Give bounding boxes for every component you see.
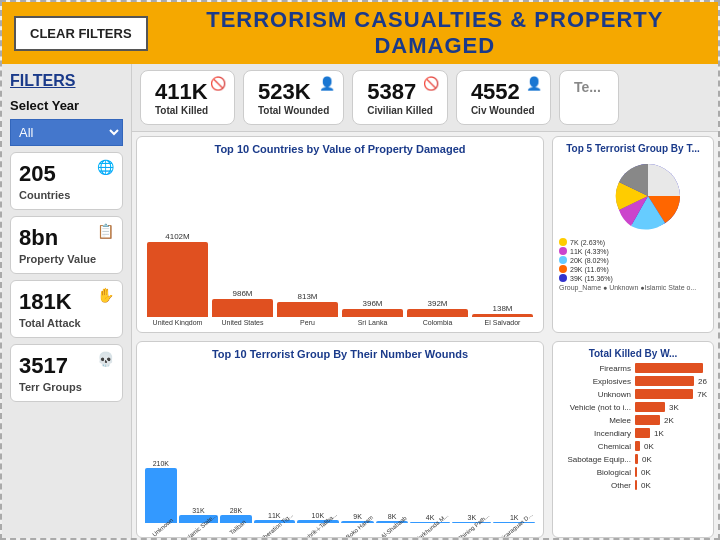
weapon-bar-2 [635,389,693,399]
wounds-chart: Top 10 Terrorist Group By Their Number W… [136,341,544,538]
top-countries-title: Top 10 Countries by Value of Property Da… [143,143,537,155]
weapon-row-7: Sabotage Equip... 0K [559,454,707,464]
pie-dot-5 [559,274,567,282]
weapon-label-3: Vehicle (not to i... [559,403,631,412]
weapon-bar-0 [635,363,703,373]
no-icon-killed: 🚫 [210,76,226,91]
weapon-value-4: 2K [664,416,674,425]
skull-icon: 💀 [97,351,114,367]
pie-chart-panel: Top 5 Terrorist Group By T... [552,136,714,333]
countries-bar-chart: 4102M United Kingdom 986M United States … [143,159,537,326]
bar-value-4: 392M [427,299,447,308]
year-select[interactable]: All [10,119,123,146]
weapon-row-3: Vehicle (not to i... 3K [559,402,707,412]
pie-label-4: 29K (11.6%) [570,266,609,273]
groups-value: 3517 [19,353,68,379]
killed-weapon-panel: Total Killed By W... Firearms Explosives… [552,341,714,538]
charts-right: Top 5 Terrorist Group By T... [548,132,718,540]
wbar-value-2: 28K [230,507,242,514]
bar-label-4: Colombia [407,319,468,326]
bar-label-3: Sri Lanka [342,319,403,326]
country-bar-3: 396M Sri Lanka [342,299,403,326]
pie-dot-3 [559,256,567,264]
stat-civ-wounded: 👤 4552 Civ Wounded [456,70,551,125]
pie-legend-names: Group_Name ● Unknown ●Islamic State o... [559,284,707,291]
stat-total-killed: 🚫 411K Total Killed [140,70,235,125]
attacks-label: Total Attack [19,317,81,329]
bar-label-5: El Salvador [472,319,533,326]
country-bar-5: 138M El Salvador [472,304,533,326]
bar-value-0: 4102M [165,232,189,241]
pie-label-3: 20K (8.02%) [570,257,609,264]
pie-dot-4 [559,265,567,273]
stat-total-wounded: 👤 523K Total Wounded [243,70,344,125]
wbar-value-6: 8K [388,513,397,520]
pie-legend-item-4: 29K (11.6%) [559,265,707,273]
weapon-label-6: Chemical [559,442,631,451]
wound-bar-9: 1K Nicaraguan D... [493,514,535,531]
pie-label-5: 39K (15.36%) [570,275,613,282]
filters-title: FILTERS [10,72,123,90]
no-icon-civ-killed: 🚫 [423,76,439,91]
weapon-value-2: 7K [697,390,707,399]
pie-legend-item-2: 11K (4.33%) [559,247,707,255]
wound-bar-0: 210K Unknown [145,460,177,531]
clear-filters-button[interactable]: CLEAR FILTERS [14,16,148,51]
wbar-value-3: 11K [268,512,280,519]
weapon-label-0: Firearms [559,364,631,373]
wounds-title: Top 10 Terrorist Group By Their Number W… [143,348,537,360]
weapon-bar-3 [635,402,665,412]
stat-groups: 💀 3517 Terr Groups [10,344,123,402]
bar-rect-5 [472,314,533,317]
sidebar: FILTERS Select Year All 🌐 205 Countries … [2,64,132,540]
pie-chart-title: Top 5 Terrorist Group By T... [559,143,707,154]
weapon-label-7: Sabotage Equip... [559,455,631,464]
weapon-row-9: Other 0K [559,480,707,490]
wound-bar-6: 8K Al-Shabaab [376,513,408,531]
weapon-row-0: Firearms [559,363,707,373]
bar-rect-1 [212,299,273,317]
total-wounded-value: 523K [258,79,311,105]
bar-rect-2 [277,302,338,317]
weapon-bar-7 [635,454,638,464]
main-layout: FILTERS Select Year All 🌐 205 Countries … [2,64,718,540]
civ-wounded-value: 4552 [471,79,520,105]
bar-rect-4 [407,309,468,317]
wound-bar-5: 9K Boko Haram [341,513,374,531]
stat-civ-killed: 🚫 5387 Civilian Killed [352,70,448,125]
weapon-value-7: 0K [642,455,652,464]
weapon-label-1: Explosives [559,377,631,386]
pie-legend-item-3: 20K (8.02%) [559,256,707,264]
wbar-value-8: 3K [468,514,477,521]
wound-bar-4: 10K Tehrik-i-Taliba... [297,512,339,531]
pie-slice-bg [648,164,680,196]
wbar-value-0: 210K [153,460,169,467]
pie-chart-svg [583,158,683,238]
pie-label-1: 7K (2.63%) [570,239,605,246]
country-bar-1: 986M United States [212,289,273,326]
weapon-label-9: Other [559,481,631,490]
property-value: 8bn [19,225,58,251]
weapon-value-8: 0K [641,468,651,477]
weapon-row-1: Explosives 26 [559,376,707,386]
weapon-row-8: Biological 0K [559,467,707,477]
stat-ter: Te... [559,70,619,125]
wbar-value-4: 10K [312,512,324,519]
attacks-value: 181K [19,289,72,315]
civ-killed-value: 5387 [367,79,416,105]
stat-attacks: ✋ 181K Total Attack [10,280,123,338]
pie-dot-2 [559,247,567,255]
select-year-label: Select Year [10,98,123,113]
charts-left: Top 10 Countries by Value of Property Da… [132,132,548,540]
pie-legend-item-5: 39K (15.36%) [559,274,707,282]
bar-value-3: 396M [362,299,382,308]
bar-label-1: United States [212,319,273,326]
pie-group-label: Group_Name ● Unknown ●Islamic State o... [559,284,696,291]
weapon-row-4: Melee 2K [559,415,707,425]
wound-bar-3: 11K Liberation Tig... [254,512,295,531]
header: CLEAR FILTERS TERRORISM CASUALTIES & PRO… [2,2,718,64]
stat-countries: 🌐 205 Countries [10,152,123,210]
weapon-label-4: Melee [559,416,631,425]
pie-legend: 7K (2.63%) 11K (4.33%) 20K (8.02%) [559,238,707,291]
weapon-value-6: 0K [644,442,654,451]
